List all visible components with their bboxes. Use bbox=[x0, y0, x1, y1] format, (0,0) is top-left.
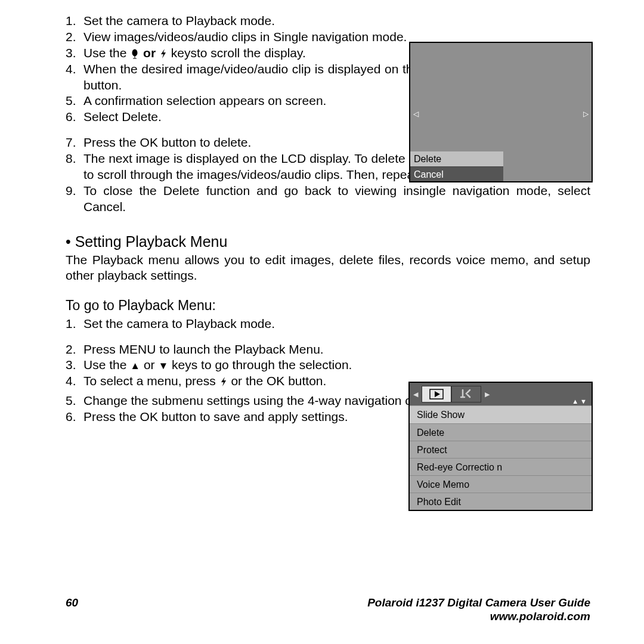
sub-title: To go to Playback Menu: bbox=[66, 297, 590, 314]
step-item: 2.Press MENU to launch the Playback Menu… bbox=[66, 342, 590, 358]
step-item: 9.To close the Delete function and go ba… bbox=[66, 183, 590, 215]
menu-item: Delete bbox=[410, 423, 592, 441]
tab-right-icon: ▶ bbox=[481, 390, 493, 398]
page-number: 60 bbox=[66, 596, 78, 624]
nav-left-icon: ◁ bbox=[413, 110, 419, 119]
tab-left-icon: ◀ bbox=[410, 390, 422, 398]
lcd-playback-menu: ◀ ▶ ▲ ▼ Slide ShowDeleteProtectRed-eye C… bbox=[408, 382, 593, 511]
up-down-icon: ▲ ▼ bbox=[572, 397, 587, 405]
menu-item: Photo Edit bbox=[410, 493, 592, 510]
tab-setup-icon bbox=[451, 386, 481, 402]
section-title: • Setting Playback Menu bbox=[66, 232, 590, 251]
section-desc: The Playback menu allows you to edit ima… bbox=[66, 252, 590, 284]
svg-marker-0 bbox=[161, 49, 166, 58]
step-item: 3.Use the ▲ or ▼ keys to go through the … bbox=[66, 357, 590, 373]
tab-playback-icon bbox=[422, 386, 451, 402]
menu-item: Voice Memo bbox=[410, 475, 592, 493]
lcd-delete-confirm: ◁ ▷ Delete Cancel bbox=[409, 42, 593, 182]
option-cancel: Cancel bbox=[410, 166, 503, 181]
nav-right-icon: ▷ bbox=[583, 110, 589, 119]
step-item: 1.Set the camera to Playback mode. bbox=[66, 13, 590, 29]
menu-item: Protect bbox=[410, 441, 592, 458]
svg-marker-3 bbox=[435, 391, 440, 397]
option-delete: Delete bbox=[410, 151, 503, 166]
menu-item: Red-eye Correctio n bbox=[410, 458, 592, 475]
svg-marker-1 bbox=[221, 377, 226, 386]
step-item: 1.Set the camera to Playback mode. bbox=[66, 316, 590, 332]
footer-guide: Polaroid i1237 Digital Camera User Guide… bbox=[367, 596, 590, 624]
menu-item: Slide Show bbox=[410, 406, 592, 423]
